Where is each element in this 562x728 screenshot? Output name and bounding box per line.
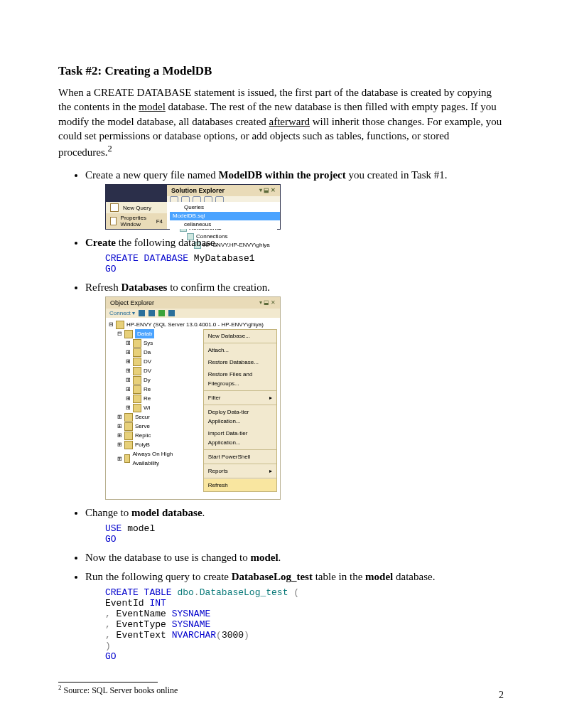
- bullet-bold: Databases: [121, 282, 167, 293]
- bullet-text: .: [279, 552, 281, 563]
- tree-folder: DV: [144, 357, 151, 366]
- tree-folder: Sys: [144, 338, 153, 348]
- screenshot-solution-explorer: Solution Explorer ▾ ⬓ ✕ Search Solution …: [105, 184, 281, 230]
- tree-folder: Re: [144, 394, 151, 403]
- bullet-text: the following database.: [116, 237, 217, 248]
- ctx-restore-files: Restore Files and Filegroups...: [208, 370, 272, 388]
- tree-folder: Always On High Availability: [132, 449, 175, 468]
- ctx-attach: Attach...: [208, 346, 229, 355]
- folder-icon: [124, 432, 133, 440]
- ctx-reports: Reports: [208, 466, 228, 476]
- screenshot-object-explorer: Object Explorer ▾ ⬓ ✕ Connect ▾ ⊟HP-ENVY…: [105, 296, 281, 500]
- footnote-text: Source: SQL Server books online: [62, 685, 178, 695]
- ctx-deploy: Deploy Data-tier Application...: [208, 407, 272, 426]
- server-icon: [116, 321, 124, 329]
- tree-folder: Dy: [144, 375, 151, 385]
- bullet-text: Run the following query to create: [85, 571, 232, 582]
- ctx-restore-db: Restore Database...: [208, 358, 259, 367]
- code-create-table: CREATE TABLE dbo.DatabaseLog_test ( Even…: [105, 587, 504, 662]
- bullet-text: table in the: [313, 571, 365, 582]
- tree-queries: Queries: [184, 203, 204, 212]
- properties-icon: [110, 217, 117, 225]
- db-icon: [133, 404, 141, 412]
- bullet-bold: DatabaseLog_test: [232, 571, 313, 582]
- intro-paragraph: When a CREATE DATABASE statement is issu…: [58, 85, 504, 159]
- tree-folder: Wi: [144, 403, 150, 412]
- ctx-new-database: New Database...: [208, 331, 250, 341]
- menu-shortcut: F4: [156, 218, 163, 225]
- folder-icon: [124, 454, 130, 463]
- bullet-bold: ModelDB within the project: [218, 169, 345, 181]
- chevron-right-icon: ▸: [269, 466, 272, 476]
- db-icon: [133, 376, 141, 385]
- bullet-3: Refresh Databases to confirm the creatio…: [85, 282, 504, 500]
- panel-pins-icon: ▾ ⬓ ✕: [259, 299, 276, 306]
- folder-icon: [124, 330, 133, 338]
- toolbar-icon: [139, 310, 145, 316]
- server-node: HP-ENVY (SQL Server 13.0.4001.0 - HP-ENV…: [126, 320, 264, 329]
- code-use-model: USE model GO: [105, 523, 504, 545]
- bullet-list: Create a new query file named ModelDB wi…: [58, 169, 504, 662]
- toolbar-icon: [168, 310, 175, 316]
- panel-pins-icon: ▾ ⬓ ✕: [259, 187, 276, 194]
- tree-folder: Replic: [135, 431, 151, 440]
- tree-databases-selected: Datab: [135, 329, 154, 338]
- new-query-icon: [110, 203, 119, 212]
- tree-misc: cellaneous: [184, 220, 211, 229]
- bullet-bold: model: [250, 552, 278, 563]
- bullet-text: .: [202, 507, 205, 518]
- bullet-text: Refresh: [85, 282, 121, 293]
- bullet-1: Create a new query file named ModelDB wi…: [85, 169, 504, 230]
- menu-properties: Properties Window: [121, 215, 152, 228]
- toolbar-icon: [158, 310, 165, 316]
- bullet-bold: model: [365, 571, 393, 582]
- object-explorer-title: Object Explorer: [110, 299, 154, 306]
- intro-underline-model: model: [139, 101, 166, 112]
- bullet-2: Create the following database. CREATE DA…: [85, 237, 504, 274]
- folder-icon: [133, 348, 141, 357]
- folder-icon: [133, 339, 141, 348]
- ctx-import: Import Data-tier Application...: [208, 429, 272, 447]
- footnote: 2 Source: SQL Server books online: [58, 684, 504, 696]
- folder-icon: [124, 413, 133, 422]
- ctx-refresh: Refresh: [208, 481, 228, 490]
- chevron-right-icon: ▸: [269, 393, 272, 402]
- ctx-filter: Filter: [208, 393, 221, 402]
- bullet-5: Now the database to use is changed to mo…: [85, 552, 504, 564]
- db-icon: [133, 395, 141, 403]
- tree-folder: Secur: [135, 412, 150, 422]
- code-create-database: CREATE DATABASE MyDatabase1 GO: [105, 253, 504, 274]
- tree-folder: Serve: [135, 422, 150, 431]
- db-icon: [133, 385, 141, 394]
- page-number: 2: [499, 690, 504, 701]
- object-tree: ⊟HP-ENVY (SQL Server 13.0.4001.0 - HP-EN…: [106, 318, 280, 499]
- context-menu: New Database... Attach... Restore Databa…: [203, 329, 277, 492]
- bullet-4: Change to model database. USE model GO: [85, 507, 504, 545]
- footnote-separator: [58, 682, 158, 682]
- db-icon: [133, 358, 141, 366]
- bullet-text: to confirm the creation.: [167, 282, 270, 293]
- folder-icon: [124, 422, 133, 431]
- bullet-text: you created in Task #1.: [346, 169, 448, 181]
- tree-folder: PolyB: [135, 440, 150, 449]
- bullet-text: database.: [393, 571, 435, 582]
- toolbar-icon: [148, 310, 155, 316]
- tree-folder: DV: [144, 366, 151, 375]
- document-page: Task #2: Creating a ModelDB When a CREAT…: [0, 0, 562, 728]
- tree-folder: Re: [144, 385, 151, 394]
- task-title: Task #2: Creating a ModelDB: [58, 64, 504, 78]
- bullet-text: Create a new query file named: [85, 169, 218, 181]
- bullet-6: Run the following query to create Databa…: [85, 571, 504, 662]
- tree-selected-file: ModelDB.sql: [170, 212, 280, 220]
- bullet-text: Change to: [85, 507, 131, 518]
- footnote-ref: 2: [108, 144, 112, 154]
- intro-underline-afterward: afterward: [269, 116, 310, 127]
- ctx-powershell: Start PowerShell: [208, 452, 251, 461]
- context-menu: New Query Properties WindowF4: [106, 202, 167, 229]
- connect-dropdown: Connect ▾: [109, 310, 135, 316]
- menu-new-query: New Query: [123, 205, 151, 211]
- db-icon: [133, 367, 141, 375]
- tree-folder: Da: [144, 348, 151, 357]
- bullet-bold: model database: [131, 507, 202, 518]
- solution-explorer-title: Solution Explorer: [171, 187, 225, 194]
